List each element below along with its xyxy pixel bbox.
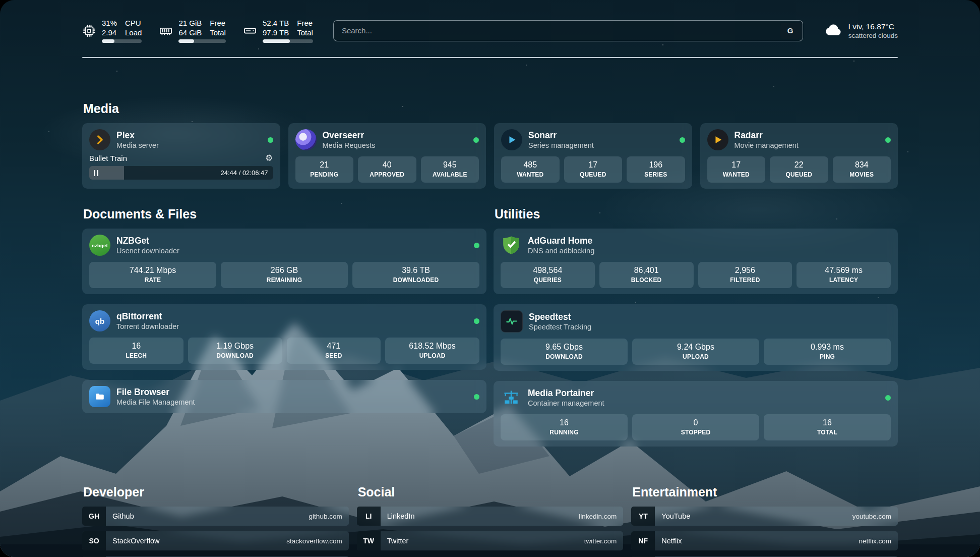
- stat-box: 9.65 GbpsDOWNLOAD: [501, 339, 628, 365]
- service-card-speedtest[interactable]: Speedtest Speedtest Tracking 9.65 GbpsDO…: [494, 304, 898, 371]
- weather-widget: Lviv, 16.87°C scattered clouds: [823, 20, 898, 42]
- service-description: Usenet downloader: [116, 247, 179, 255]
- bookmark-stackoverflow[interactable]: SO StackOverflow stackoverflow.com: [82, 531, 349, 550]
- memory-progress-bar: [178, 39, 226, 43]
- service-name: Sonarr: [528, 130, 594, 140]
- service-card-nzbget[interactable]: nzbget NZBGet Usenet downloader 744.21 M…: [82, 229, 486, 294]
- section-media: Media Plex Media server Bullet: [82, 101, 898, 189]
- service-description: Media server: [116, 141, 159, 149]
- disk-icon: [243, 24, 257, 38]
- resource-widgets: 31% 2.94 CPU Load: [82, 18, 313, 43]
- stat-box: 17QUEUED: [564, 156, 623, 183]
- netflix-icon: NF: [631, 531, 655, 550]
- status-dot: [474, 394, 479, 400]
- service-name: NZBGet: [116, 236, 179, 246]
- github-icon: GH: [82, 507, 106, 526]
- service-card-filebrowser[interactable]: File Browser Media File Management: [82, 380, 486, 413]
- pause-icon[interactable]: [94, 170, 98, 176]
- cpu-label-1: CPU: [125, 18, 142, 28]
- memory-label-2: Total: [210, 28, 226, 37]
- cloud-icon: [823, 20, 843, 42]
- section-title-developer: Developer: [83, 485, 349, 499]
- service-name: Plex: [116, 130, 159, 140]
- bookmark-github[interactable]: GH Github github.com: [82, 507, 349, 526]
- disk-free: 52.4 TB: [263, 18, 289, 28]
- service-card-sonarr[interactable]: Sonarr Series management 485WANTED 17QUE…: [494, 123, 692, 189]
- stat-box: 1.19 GbpsDOWNLOAD: [188, 338, 282, 364]
- service-card-adguard[interactable]: AdGuard Home DNS and adblocking 498,564Q…: [494, 229, 898, 294]
- stat-box: 39.6 TBDOWNLOADED: [352, 262, 479, 288]
- memory-label-1: Free: [210, 18, 226, 28]
- stat-box: 47.569 msLATENCY: [797, 262, 891, 288]
- stat-box: 945AVAILABLE: [421, 156, 479, 183]
- filebrowser-icon: [89, 386, 110, 407]
- service-name: File Browser: [116, 387, 195, 397]
- service-name: Overseerr: [323, 130, 376, 140]
- bookmark-youtube[interactable]: YT YouTube youtube.com: [631, 507, 898, 526]
- section-utilities: Utilities AdGu: [494, 207, 898, 447]
- dashboard-screen: 31% 2.94 CPU Load: [0, 0, 980, 557]
- status-dot: [885, 137, 891, 143]
- service-card-qbittorrent[interactable]: qb qBittorrent Torrent downloader 16LEEC…: [82, 304, 486, 370]
- disk-label-1: Free: [297, 18, 313, 28]
- service-description: Media File Management: [116, 398, 195, 406]
- plex-progress-bar[interactable]: 24:44 / 02:06:47: [89, 166, 273, 180]
- stat-box: 16LEECH: [89, 338, 183, 364]
- stat-box: 40APPROVED: [358, 156, 416, 183]
- service-name: Media Portainer: [528, 388, 604, 398]
- speedtest-icon: [501, 310, 523, 332]
- bookmark-netflix[interactable]: NF Netflix netflix.com: [631, 531, 898, 550]
- service-description: Torrent downloader: [116, 322, 179, 330]
- stat-box: 9.24 GbpsUPLOAD: [632, 339, 759, 365]
- section-title-media: Media: [83, 101, 898, 116]
- service-name: qBittorrent: [116, 311, 179, 321]
- linkedin-icon: LI: [357, 507, 381, 526]
- topbar-divider: [82, 57, 898, 58]
- service-card-portainer[interactable]: Media Portainer Container management 16R…: [494, 381, 898, 447]
- gear-icon[interactable]: ⚙: [265, 154, 273, 162]
- cpu-icon: [82, 24, 96, 38]
- service-card-overseerr[interactable]: Overseerr Media Requests 21PENDING 40APP…: [288, 123, 486, 189]
- memory-icon: [159, 24, 173, 38]
- bookmark-linkedin[interactable]: LI LinkedIn linkedin.com: [357, 507, 624, 526]
- cpu-label-2: Load: [125, 28, 142, 37]
- youtube-icon: YT: [631, 507, 655, 526]
- stat-box: 471SEED: [287, 338, 381, 364]
- memory-free: 21 GiB: [178, 18, 202, 28]
- cpu-percent: 31%: [102, 18, 117, 28]
- disk-progress-bar: [263, 39, 313, 43]
- search-bar: G: [333, 20, 803, 41]
- stat-box: 196SERIES: [627, 156, 685, 183]
- section-title-documents: Documents & Files: [83, 207, 486, 221]
- service-card-radarr[interactable]: Radarr Movie management 17WANTED 22QUEUE…: [700, 123, 898, 189]
- stat-box: 17WANTED: [707, 156, 766, 183]
- stat-box: 266 GBREMAINING: [221, 262, 348, 288]
- bookmark-group-developer: Developer GH Github github.com SO StackO…: [82, 485, 349, 557]
- section-title-entertainment: Entertainment: [632, 485, 898, 499]
- service-name: AdGuard Home: [528, 236, 594, 246]
- stackoverflow-icon: SO: [82, 531, 106, 550]
- search-input[interactable]: [333, 20, 803, 41]
- stat-box: 0.993 msPING: [764, 339, 891, 365]
- radarr-icon: [707, 129, 728, 150]
- bookmark-group-entertainment: Entertainment YT YouTube youtube.com NF …: [631, 485, 898, 557]
- disk-total: 97.9 TB: [263, 28, 289, 37]
- stat-box: 618.52 MbpsUPLOAD: [385, 338, 479, 364]
- search-provider-button[interactable]: G: [780, 23, 801, 39]
- status-dot: [885, 395, 891, 401]
- stat-box: 498,564QUERIES: [501, 262, 595, 288]
- adguard-icon: [501, 235, 522, 256]
- stat-box: 21PENDING: [295, 156, 354, 183]
- section-title-social: Social: [358, 485, 624, 499]
- playback-time: 24:44 / 02:06:47: [221, 166, 268, 180]
- portainer-icon: [501, 387, 522, 408]
- bookmark-twitter[interactable]: TW Twitter twitter.com: [357, 531, 624, 550]
- cpu-widget: 31% 2.94 CPU Load: [82, 18, 142, 43]
- service-description: Media Requests: [323, 141, 376, 149]
- disk-widget: 52.4 TB 97.9 TB Free Total: [243, 18, 313, 43]
- service-description: Series management: [528, 141, 594, 149]
- memory-total: 64 GiB: [178, 28, 202, 37]
- status-dot: [474, 318, 479, 324]
- service-card-plex[interactable]: Plex Media server Bullet Train ⚙ 24:44 /…: [82, 123, 280, 189]
- nzbget-icon: nzbget: [89, 235, 110, 256]
